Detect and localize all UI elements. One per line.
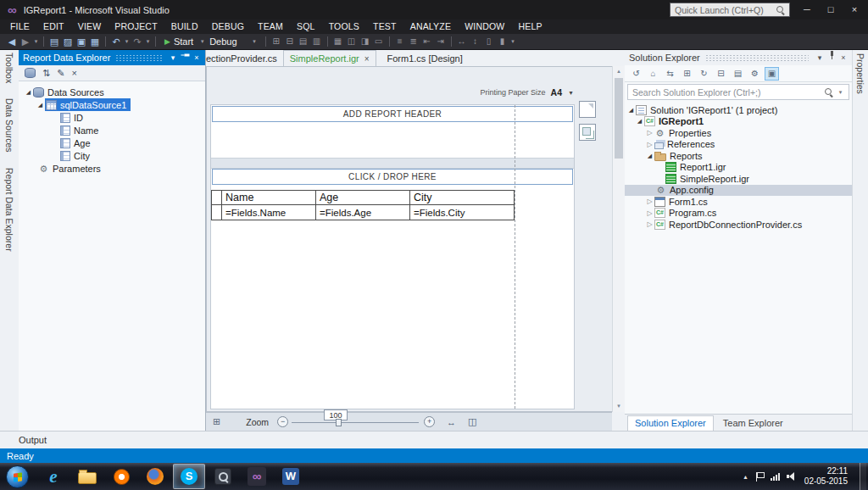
window-position-icon[interactable]: ▾ [814,50,826,65]
tab-solution-explorer[interactable]: Solution Explorer [627,415,714,431]
expander-icon[interactable]: ▷ [645,209,654,217]
tree-item-data-sources[interactable]: ◢ Data Sources [19,86,205,98]
row-selector-cell[interactable] [212,205,222,220]
expander-icon[interactable]: ◢ [626,107,636,114]
menu-file[interactable]: FILE [3,19,36,34]
back-icon[interactable]: ◀ [5,34,19,49]
visual-studio-taskbar-button[interactable]: ∞ [241,464,273,489]
paper-size-control[interactable]: Printing Paper Size A4 ▾ [481,87,575,97]
hidden-icons-button[interactable]: ▲ [743,474,748,480]
menu-debug[interactable]: DEBUG [205,19,251,34]
volume-icon[interactable] [787,472,796,481]
firefox-taskbar-button[interactable] [139,464,171,489]
table-cell-fields-age[interactable]: =Fields.Age [316,205,410,220]
auto-hide-pin-icon[interactable] [179,50,191,65]
redo-icon[interactable]: ↷ [131,34,144,49]
debug-configuration-select[interactable]: Debug ▾ [206,36,261,47]
home-icon[interactable]: ⌂ [646,67,660,81]
menu-tools[interactable]: TOOLS [322,19,366,34]
tree-item-parameters[interactable]: ⚙ Parameters [19,162,205,175]
tab-form1-design[interactable]: Form1.cs [Design] [381,50,469,66]
toolbar-overflow-icon[interactable]: ▾ [509,38,517,45]
close-panel-icon[interactable]: × [191,50,203,65]
sidebar-tab-report-data-explorer[interactable]: Report Data Explorer [4,168,14,252]
close-button[interactable]: × [843,0,866,19]
undo-icon[interactable]: ↶ [109,34,123,49]
redo-dropdown-icon[interactable]: ▾ [144,38,152,45]
menu-analyze[interactable]: ANALYZE [403,19,458,34]
maximize-button[interactable]: □ [819,0,843,19]
tree-item-age-field[interactable]: Age [19,136,205,149]
tree-item-name-field[interactable]: Name [19,124,205,136]
expander-icon[interactable]: ◢ [36,102,45,109]
fit-width-button[interactable]: ↔ [447,417,456,427]
show-desktop-button[interactable] [860,463,866,490]
expander-icon[interactable]: ▷ [645,220,654,228]
tree-item-sqldatasource1[interactable]: ◢ sqlDataSource1 [19,98,205,111]
media-player-taskbar-button[interactable] [105,464,137,489]
skype-taskbar-button[interactable]: S [173,464,205,489]
word-taskbar-button[interactable]: W [275,464,307,489]
tree-item-id-field[interactable]: ID [19,111,205,124]
tab-simplereport-igr[interactable]: SimpleReport.igr × [283,50,376,66]
close-panel-icon[interactable]: × [837,50,849,65]
tree-item-properties[interactable]: ▷ ⚙ Properties [625,127,852,139]
menu-view[interactable]: VIEW [71,19,108,34]
menu-test[interactable]: TEST [366,19,403,34]
tree-item-igreport1-project[interactable]: ◢ C# IGReport1 [625,116,852,128]
zoom-in-button[interactable]: + [424,416,435,427]
zoom-slider-thumb[interactable] [336,419,342,426]
tree-item-form1-cs[interactable]: ▷ Form1.cs [625,196,852,208]
zoom-slider[interactable]: 100 [292,416,419,428]
back-icon[interactable]: ↺ [629,67,643,81]
start-debug-button[interactable]: ▶ Start [159,36,198,47]
zoom-slider-track[interactable] [292,422,419,423]
tree-item-simplereport-igr[interactable]: SimpleReport.igr [625,173,852,185]
menu-help[interactable]: HELP [511,19,548,34]
designer-tool-icon[interactable]: ⇤ [420,34,434,49]
designer-tool-icon[interactable]: ▮ [496,34,509,49]
designer-tool-icon[interactable]: ≡ [393,34,407,49]
network-icon[interactable] [771,472,780,481]
solution-search-input[interactable]: Search Solution Explorer (Ctrl+;) ▾ [627,84,849,100]
sidebar-tab-toolbox[interactable]: Toolbox [4,53,14,83]
solution-explorer-titlebar[interactable]: Solution Explorer ▾ × [625,50,852,65]
designer-tool-icon[interactable]: ◨ [359,34,372,49]
pan-grid-icon[interactable]: ⊞ [213,416,220,427]
add-report-header-band[interactable]: ADD REPORT HEADER [212,106,573,122]
expander-icon[interactable]: ◢ [645,153,654,159]
design-tool-page-button[interactable] [579,101,596,118]
preview-selected-items-icon[interactable]: ▣ [765,67,779,81]
sort-fields-icon[interactable]: ⇅ [42,65,50,81]
output-panel-header[interactable]: Output [0,431,868,448]
open-file-icon[interactable]: ▨ [61,34,75,49]
designer-tool-icon[interactable]: ⊟ [283,34,297,49]
fit-page-button[interactable]: ◫ [468,416,476,427]
tree-item-reportdbconnectionprovider-cs[interactable]: ▷ C# ReportDbConnectionProvider.cs [625,219,852,231]
properties-icon[interactable]: ⚙ [748,67,762,81]
designer-tool-icon[interactable]: ▥ [310,34,324,49]
window-position-icon[interactable]: ▾ [167,50,179,65]
start-menu-button[interactable] [6,465,29,488]
tree-item-report1-igr[interactable]: Report1.igr [625,162,852,174]
editor-vertical-scrollbar[interactable]: ▲ ▼ [612,66,625,412]
scroll-up-icon[interactable]: ▲ [613,66,625,77]
expander-icon[interactable]: ▷ [645,198,654,205]
explorer-taskbar-button[interactable] [71,464,103,489]
collapse-all-icon[interactable]: ⊟ [714,67,728,81]
expander-icon[interactable]: ▷ [645,129,654,136]
tree-item-reports-folder[interactable]: ◢ Reports [625,150,852,162]
expander-icon[interactable]: ◢ [635,118,644,125]
nav-dropdown-icon[interactable]: ▾ [32,38,40,45]
menu-team[interactable]: TEAM [251,19,290,34]
designer-tool-icon[interactable]: ≣ [407,34,420,49]
designer-tool-icon[interactable]: ▭ [372,34,386,49]
expander-icon[interactable]: ▷ [645,141,654,148]
add-data-source-icon[interactable] [25,68,36,78]
table-header-name[interactable]: Name [222,191,316,205]
report-data-explorer-titlebar[interactable]: Report Data Explorer ▾ × [19,50,205,65]
table-header-age[interactable]: Age [316,191,410,205]
designer-tool-icon[interactable]: ▦ [331,34,345,49]
table-header-city[interactable]: City [410,191,515,205]
designer-tool-icon[interactable]: ⊞ [270,34,283,49]
